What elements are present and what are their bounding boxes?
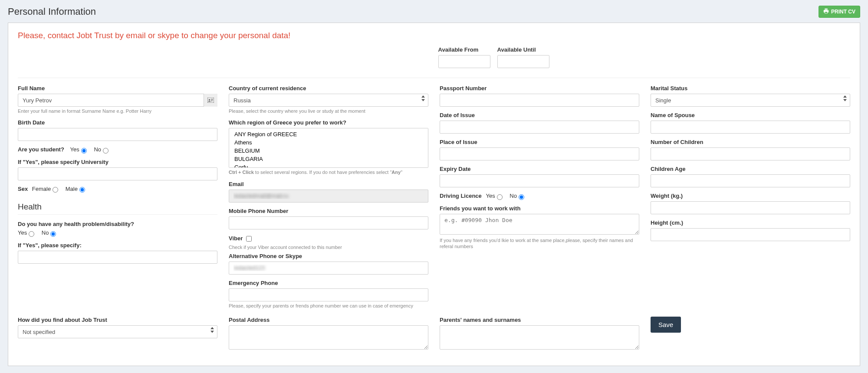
student-label: Are you student? [18,146,64,153]
svg-rect-4 [211,100,213,100]
country-help: Please, select the country where you liv… [229,108,428,114]
passport-number-label: Passport Number [440,85,639,92]
health-no-label: No [42,229,49,236]
page-title: Personal Information [8,6,96,17]
parents-names-textarea[interactable] [440,325,639,350]
date-of-issue-label: Date of Issue [440,112,639,118]
health-problem-label: Do you have any health problem/disabilit… [18,221,217,227]
weight-input[interactable] [651,201,850,214]
driving-no-radio[interactable] [519,194,524,200]
svg-rect-5 [211,101,212,101]
region-help: Ctrl + Click to select several regions. … [229,169,428,175]
id-card-icon [204,94,217,107]
available-until-label: Available Until [497,46,549,53]
viber-checkbox[interactable] [246,236,252,242]
country-label: Country of current residence [229,85,428,92]
personal-info-panel: Please, contact Jobt Trust by email or s… [8,23,860,366]
health-no-radio[interactable] [50,231,56,237]
sex-male-label: Male [66,186,78,192]
emergency-phone-label: Emergency Phone [229,280,428,286]
alt-phone-input[interactable] [229,262,428,275]
friends-help: If you have any friends you'd lkie to wo… [440,237,639,250]
save-button[interactable]: Save [651,317,681,333]
sex-male-radio[interactable] [79,187,85,193]
available-from-input[interactable] [438,55,490,68]
alt-phone-label: Alternative Phone or Skype [229,253,428,259]
svg-rect-2 [208,101,210,102]
children-age-label: Children Age [651,166,850,172]
birth-date-label: Birth Date [18,119,217,126]
weight-label: Weight (kg.) [651,193,850,199]
passport-number-input[interactable] [440,94,639,107]
marital-status-label: Marital Status [651,85,850,92]
available-from-label: Available From [438,46,490,53]
printer-icon [823,8,829,15]
sex-female-label: Female [32,186,51,192]
student-no-radio[interactable] [103,148,108,154]
region-select[interactable]: ANY Region of GREECEAthensBELGIUMBULGARI… [229,128,428,168]
university-input[interactable] [18,167,217,180]
marital-status-select[interactable]: Single [651,94,850,107]
contact-warning: Please, contact Jobt Trust by email or s… [18,31,850,40]
date-of-issue-input[interactable] [440,121,639,134]
place-of-issue-input[interactable] [440,147,639,160]
driving-no-label: No [510,193,517,199]
print-cv-button[interactable]: PRINT CV [819,6,860,18]
region-option[interactable]: Athens [233,138,424,147]
svg-rect-3 [211,99,213,99]
region-option[interactable]: ANY Region of GREECE [233,130,424,138]
health-heading: Health [18,202,217,215]
friends-label: Friends you want to work with [440,205,639,212]
region-option[interactable]: BULGARIA [233,155,424,163]
children-number-input[interactable] [651,147,850,160]
birth-date-input[interactable] [18,128,217,141]
student-yes-radio[interactable] [81,148,87,154]
full-name-help: Enter your full name in format Surname N… [18,108,217,114]
region-label: Which region of Greece you prefer to wor… [229,119,428,126]
region-option[interactable]: BELGIUM [233,147,424,155]
svg-point-1 [209,99,210,101]
student-no-label: No [94,146,101,153]
parents-names-label: Parents' names and surnames [440,317,639,323]
driving-yes-label: Yes [486,193,495,199]
emergency-phone-input[interactable] [229,288,428,301]
country-select[interactable]: Russia [229,94,428,107]
viber-label: Viber [229,235,243,242]
email-label: Email [229,181,428,187]
height-label: Height (cm.) [651,219,850,226]
student-yes-label: Yes [70,146,79,153]
expiry-date-label: Expiry Date [440,166,639,172]
children-number-label: Number of Children [651,139,850,145]
health-specify-input[interactable] [18,251,217,264]
height-input[interactable] [651,228,850,241]
health-yes-label: Yes [18,229,27,236]
mobile-phone-input[interactable] [229,216,428,229]
expiry-date-input[interactable] [440,174,639,187]
email-input [229,190,428,203]
driving-licence-label: Driving Licence [440,193,482,199]
university-label: If "Yes", please specify University [18,159,217,165]
friends-textarea[interactable] [440,214,639,235]
find-about-label: How did you find about Job Trust [18,317,217,323]
full-name-label: Full Name [18,85,217,92]
full-name-input[interactable] [18,94,217,107]
health-specify-label: If "Yes", please specify: [18,242,217,249]
emergency-phone-help: Please, specify your parents or frends p… [229,303,428,309]
spouse-label: Name of Spouse [651,112,850,118]
divider [18,78,850,78]
postal-address-textarea[interactable] [229,325,428,350]
viber-help: Check if your Viber account connected to… [229,244,428,250]
region-option[interactable]: Corfu [233,163,424,168]
place-of-issue-label: Place of Issue [440,139,639,145]
sex-label: Sex [18,186,28,192]
postal-address-label: Postal Address [229,317,428,323]
mobile-label: Mobile Phone Number [229,208,428,214]
spouse-input[interactable] [651,121,850,134]
children-age-input[interactable] [651,174,850,187]
find-about-select[interactable]: Not specified [18,325,217,338]
sex-female-radio[interactable] [53,187,58,193]
health-yes-radio[interactable] [29,231,34,237]
print-cv-label: PRINT CV [831,9,855,15]
available-until-input[interactable] [497,55,549,68]
driving-yes-radio[interactable] [497,194,503,200]
